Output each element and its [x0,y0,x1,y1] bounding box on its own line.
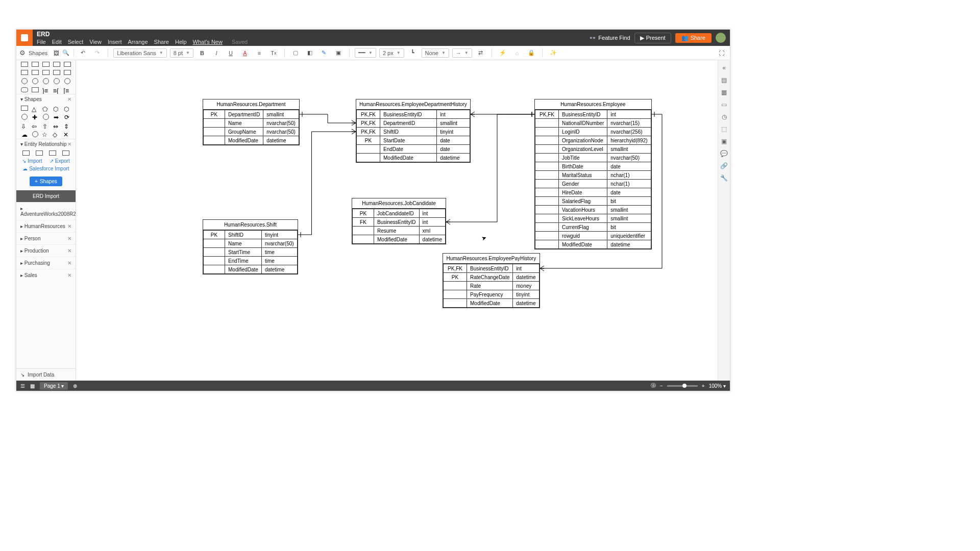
fontsize-select[interactable]: 8 pt▼ [170,48,193,58]
erd-table-employee[interactable]: HumanResources.EmployeePK,FKBusinessEnti… [534,99,652,249]
pencil-icon[interactable]: ✎ [318,47,330,59]
erd-column-row[interactable]: BirthDatedate [535,162,651,171]
feature-find-button[interactable]: 👓 Feature Find [589,35,630,41]
category-sales[interactable]: ▸ Sales✕ [16,269,76,281]
menu-edit[interactable]: Edit [52,38,62,45]
shapes-section-header[interactable]: ▾ Shapes✕ [16,94,76,104]
app-logo[interactable] [16,30,33,46]
shapes-label[interactable]: Shapes [29,50,47,56]
erd-column-row[interactable]: PKShiftIDtinyint [204,231,298,239]
close-icon[interactable]: ✕ [67,260,71,266]
erd-column-row[interactable]: PKDepartmentIDsmallint [204,110,299,119]
zoom-out-button[interactable]: − [660,383,663,389]
linetype-button[interactable]: ┗ [407,47,419,59]
chevron-left-icon[interactable]: « [722,64,726,71]
erd-column-row[interactable]: rowguiduniqueidentifier [535,232,651,240]
erd-column-row[interactable]: SickLeaveHourssmallint [535,214,651,223]
erd-column-row[interactable]: Namenvarchar(50) [204,119,299,128]
undo-button[interactable]: ↶ [77,47,88,59]
comment-icon[interactable]: 💬 [720,150,728,157]
linewidth-select[interactable]: 2 px▼ [379,48,404,58]
zoom-level[interactable]: 100% ▾ [709,383,726,389]
erd-column-row[interactable]: ModifiedDatedatetime [357,154,470,162]
cube-icon[interactable]: ⬚ [721,126,727,133]
present-button[interactable]: ▶ Present [634,33,671,43]
category-purchasing[interactable]: ▸ Purchasing✕ [16,257,76,269]
italic-button[interactable]: I [211,47,222,59]
menu-arrange[interactable]: Arrange [128,38,148,45]
entity-relationship-header[interactable]: ▾ Entity Relationship✕ [16,139,76,149]
arrow-start-select[interactable]: None▼ [422,48,449,58]
link-icon[interactable]: 🔗 [720,162,728,169]
erd-column-row[interactable]: FKBusinessEntityIDint [353,218,446,227]
redo-button[interactable]: ↷ [91,47,103,59]
erd-column-row[interactable]: PK,FKDepartmentIDsmallint [357,119,470,128]
page-tab[interactable]: Page 1 ▾ [40,382,68,390]
erd-column-row[interactable]: CurrentFlagbit [535,223,651,232]
erd-column-row[interactable]: OrganizationNodehierarchyid(892) [535,136,651,145]
font-select[interactable]: Liberation Sans▼ [113,48,166,58]
export-link[interactable]: ↗ Export [50,158,70,164]
menu-insert[interactable]: Insert [108,38,122,45]
textcolor-button[interactable]: A [239,47,251,59]
category-production[interactable]: ▸ Production✕ [16,244,76,257]
menu-share[interactable]: Share [154,38,169,45]
add-shapes-button[interactable]: +Shapes [30,177,62,186]
erd-column-row[interactable]: NationalIDNumbernvarchar(15) [535,119,651,128]
erd-column-row[interactable]: VacationHourssmallint [535,206,651,214]
erd-column-row[interactable]: ModifiedDatedatetime [204,265,298,274]
list-view-icon[interactable]: ☰ [20,383,25,389]
erd-column-row[interactable]: StartTimetime [204,248,298,257]
fill-button[interactable]: ▢ [290,47,301,59]
close-icon[interactable]: ✕ [67,248,71,254]
erd-column-row[interactable]: ModifiedDatedatetime [353,235,446,244]
grid-view-icon[interactable]: ▦ [30,383,35,389]
presentation-icon[interactable]: ▭ [721,101,727,108]
erd-column-row[interactable]: OrganizationLevelsmallint [535,145,651,154]
close-icon[interactable]: ✕ [67,272,71,278]
erd-column-row[interactable]: Gendernchar(1) [535,180,651,188]
erd-column-row[interactable]: ModifiedDatedatetime [204,136,299,145]
canvas[interactable]: ➤ HumanResources.DepartmentPKDepartmentI… [76,60,730,381]
lightning-icon[interactable]: ⚡ [497,47,508,59]
erd-column-row[interactable]: PK,FKBusinessEntityIDint [357,110,470,119]
erd-column-row[interactable]: PK,FKBusinessEntityIDint [535,110,651,119]
menu-view[interactable]: View [89,38,102,45]
erd-column-row[interactable]: PayFrequencytinyint [444,290,540,299]
erd-column-row[interactable]: MaritalStatusnchar(1) [535,171,651,180]
menu-whatsnew[interactable]: What's New [193,38,223,45]
padlock-icon[interactable]: 🔒 [526,47,537,59]
zoom-in-button[interactable]: + [702,383,705,389]
erd-column-row[interactable]: SalariedFlagbit [535,197,651,206]
close-icon[interactable]: ✕ [67,223,71,229]
bold-button[interactable]: B [197,47,208,59]
wrench-icon[interactable]: 🔧 [720,174,728,182]
category-humanresources[interactable]: ▸ HumanResources✕ [16,220,76,232]
erd-table-shift[interactable]: HumanResources.ShiftPKShiftIDtinyintName… [203,219,298,274]
close-icon[interactable]: ✕ [67,236,71,241]
gear-icon[interactable]: ⚙ [19,49,26,57]
erd-column-row[interactable]: PK,FKShiftIDtinyint [357,128,470,136]
menu-select[interactable]: Select [68,38,84,45]
swap-arrows-button[interactable]: ⇄ [475,47,486,59]
share-button[interactable]: 👥 Share [675,33,712,43]
erd-column-row[interactable]: EndDatedate [357,145,470,154]
menu-file[interactable]: File [37,38,46,45]
salesforce-import-link[interactable]: ☁ Salesforce Import [16,165,76,172]
erd-column-row[interactable]: GroupNamenvarchar(50) [204,128,299,136]
document-icon[interactable]: ▤ [721,77,727,84]
add-page-button[interactable]: ⊕ [73,383,77,389]
close-icon[interactable]: ✕ [67,141,71,147]
clock-icon[interactable]: ◷ [722,113,727,120]
document-title[interactable]: ERD [37,31,248,38]
erd-table-jobcandidate[interactable]: HumanResources.JobCandidatePKJobCandidat… [352,198,446,244]
erd-table-edh[interactable]: HumanResources.EmployeeDepartmentHistory… [356,99,471,163]
textformat-button[interactable]: Tx [268,47,279,59]
erd-table-department[interactable]: HumanResources.DepartmentPKDepartmentIDs… [203,99,300,145]
close-icon[interactable]: ✕ [67,96,71,102]
arrow-end-select[interactable]: →▼ [452,48,472,58]
erd-column-row[interactable]: HireDatedate [535,188,651,197]
search-icon[interactable]: 🔍 [62,49,69,56]
fullscreen-icon[interactable]: ⛶ [716,47,727,59]
category-person[interactable]: ▸ Person✕ [16,232,76,244]
